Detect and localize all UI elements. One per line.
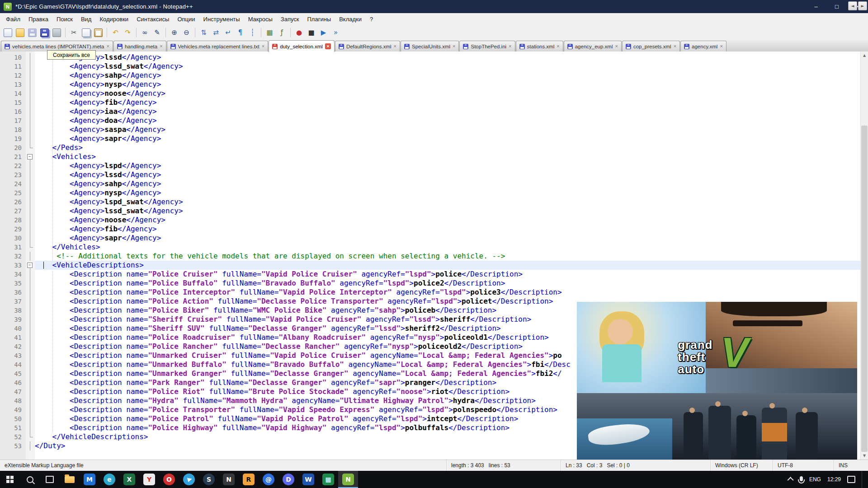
save-all-button[interactable] <box>39 27 50 38</box>
menu-item-11[interactable]: Вкладки <box>335 14 366 24</box>
tab-close-icon[interactable]: × <box>262 43 264 49</box>
taskbar-app-edge[interactable]: e <box>99 471 119 488</box>
tab-close-icon[interactable]: × <box>453 43 455 49</box>
menu-item-3[interactable]: Вид <box>77 14 96 24</box>
code-line[interactable]: <Agency>fib</Agency> <box>35 225 860 234</box>
code-line[interactable]: </Vehicles> <box>35 243 860 252</box>
tab-handling-meta[interactable]: handling.meta× <box>113 41 166 52</box>
clock[interactable]: 12:29 <box>827 476 841 483</box>
tab-vehicles-meta-replacement-lines-txt[interactable]: Vehicles.meta replacement lines.txt× <box>167 41 269 52</box>
replace-button[interactable]: ✎ <box>151 27 163 38</box>
tab-close-icon[interactable]: × <box>394 43 396 49</box>
tab-scroll-right-icon[interactable]: ► <box>858 1 867 10</box>
code-line[interactable]: <Agency>saspa</Agency> <box>35 125 860 134</box>
code-line[interactable]: <Agency>sahp</Agency> <box>35 71 860 80</box>
taskbar-app-telegram[interactable] <box>179 471 199 488</box>
code-line[interactable]: <Agency>lspd_swat</Agency> <box>35 197 860 206</box>
menu-item-10[interactable]: Плагины <box>303 14 335 24</box>
word-wrap-button[interactable]: ↵ <box>222 27 234 38</box>
save-file-button[interactable] <box>27 27 38 38</box>
tab-stations-xml[interactable]: stations.xml× <box>516 41 563 52</box>
code-line[interactable]: <Agency>noose</Agency> <box>35 216 860 225</box>
keyboard-language[interactable]: ENG <box>809 476 821 483</box>
menu-item-7[interactable]: Инструменты <box>199 14 244 24</box>
taskbar-app-notepad-plus-plus[interactable]: N <box>338 471 358 488</box>
tab-defaultregions-xml[interactable]: DefaultRegions.xml× <box>335 41 400 52</box>
code-line[interactable]: <Agency>nysp</Agency> <box>35 80 860 89</box>
code-line[interactable]: <Vehicles> <box>35 152 860 161</box>
code-line[interactable]: <Agency>doa</Agency> <box>35 116 860 125</box>
menu-item-9[interactable]: Запуск <box>277 14 303 24</box>
tab-close-icon[interactable]: × <box>106 43 109 49</box>
code-line[interactable]: <Agency>sapr</Agency> <box>35 234 860 243</box>
sync-vertical-button[interactable]: ⇅ <box>198 27 209 38</box>
tab-close-icon[interactable]: × <box>509 43 511 49</box>
tab-close-icon[interactable]: × <box>720 43 722 49</box>
code-line[interactable]: <Agency>lssd_swat</Agency> <box>35 62 860 71</box>
maximize-button[interactable]: □ <box>826 0 847 13</box>
tab-close-icon[interactable]: × <box>557 43 559 49</box>
taskbar-app-excel[interactable]: X <box>119 471 139 488</box>
tab-cop-presets-xml[interactable]: cop_presets.xml× <box>622 41 680 52</box>
taskbar-app-nvidia[interactable]: N <box>219 471 239 488</box>
menu-item-0[interactable]: Файл <box>2 14 24 24</box>
stop-recording-button[interactable]: ■ <box>306 27 317 38</box>
minimize-button[interactable]: – <box>806 0 826 13</box>
menu-item-12[interactable]: ? <box>366 14 377 24</box>
taskbar-app-rockstar[interactable]: R <box>239 471 259 488</box>
taskbar-app-word[interactable]: W <box>298 471 318 488</box>
playback-macro-button[interactable]: ▶ <box>318 27 329 38</box>
code-line[interactable]: <Agency>iaa</Agency> <box>35 107 860 116</box>
code-line[interactable]: <!-- Additional texts for the vehicle mo… <box>35 252 860 261</box>
tab-close-icon[interactable]: × <box>615 43 618 49</box>
find-button[interactable]: ∞ <box>139 27 151 38</box>
show-all-characters-button[interactable]: ¶ <box>235 27 246 38</box>
code-line[interactable]: <Agency>lssd</Agency> <box>35 170 860 179</box>
code-line[interactable]: <Agency>lssd</Agency> <box>35 53 860 62</box>
cut-button[interactable]: ✂ <box>68 27 80 38</box>
new-file-button[interactable] <box>2 27 14 38</box>
taskbar-app-mailru[interactable]: @ <box>259 471 278 488</box>
copy-button[interactable] <box>80 27 92 38</box>
tab-specialunits-xml[interactable]: SpecialUnits.xml× <box>401 41 459 52</box>
document-map-button[interactable]: ▦ <box>264 27 275 38</box>
code-line[interactable]: <Agency>sapr</Agency> <box>35 134 860 143</box>
tab-close-icon[interactable]: × <box>160 43 162 49</box>
scrollbar-thumb[interactable] <box>861 126 868 452</box>
indent-guide-button[interactable]: ┆ <box>247 27 258 38</box>
zoom-out-button[interactable]: ⊖ <box>181 27 192 38</box>
menu-item-2[interactable]: Поиск <box>52 14 77 24</box>
zoom-in-button[interactable]: ⊕ <box>169 27 180 38</box>
tab-scroll-left-icon[interactable]: ◄ <box>848 1 857 10</box>
undo-button[interactable]: ↶ <box>110 27 121 38</box>
taskbar-app-yandex-browser[interactable]: Y <box>139 471 159 488</box>
code-line[interactable]: <Description name="Police Cruiser" fullN… <box>35 270 860 279</box>
code-line[interactable]: <Agency>noose</Agency> <box>35 89 860 98</box>
taskbar-app-sheets[interactable]: ▦ <box>318 471 338 488</box>
print-button[interactable] <box>51 27 62 38</box>
menu-item-6[interactable]: Опции <box>173 14 199 24</box>
show-desktop-button[interactable] <box>862 471 864 488</box>
run-macro-multiple-button[interactable]: » <box>330 27 341 38</box>
redo-button[interactable]: ↷ <box>122 27 133 38</box>
function-list-button[interactable]: ƒ <box>276 27 288 38</box>
tab-close-icon[interactable]: × <box>674 43 676 49</box>
tab-close-icon[interactable]: × <box>325 43 331 49</box>
tray-expand-icon[interactable] <box>787 477 793 483</box>
tab-stoptheped-ini[interactable]: StopThePed.ini× <box>459 41 515 52</box>
paste-button[interactable] <box>93 27 104 38</box>
taskbar-task-view-button[interactable] <box>40 471 60 488</box>
open-file-button[interactable] <box>14 27 26 38</box>
taskbar-app-discord[interactable]: D <box>278 471 298 488</box>
code-line[interactable]: <Agency>sahp</Agency> <box>35 179 860 188</box>
tab-agency-xml[interactable]: agency.xml× <box>680 41 726 52</box>
tab-agency-eup-xml[interactable]: agency_eup.xml× <box>564 41 622 52</box>
taskbar-file-explorer[interactable] <box>60 471 80 488</box>
record-macro-button[interactable]: ● <box>293 27 305 38</box>
fold-collapse-icon[interactable]: − <box>27 263 33 268</box>
fold-collapse-icon[interactable]: − <box>27 154 33 160</box>
taskbar-app-steam[interactable]: S <box>199 471 219 488</box>
menu-item-4[interactable]: Кодировки <box>95 14 132 24</box>
code-line[interactable]: <Agency>lspd</Agency> <box>35 161 860 170</box>
taskbar-search-button[interactable] <box>20 471 40 488</box>
